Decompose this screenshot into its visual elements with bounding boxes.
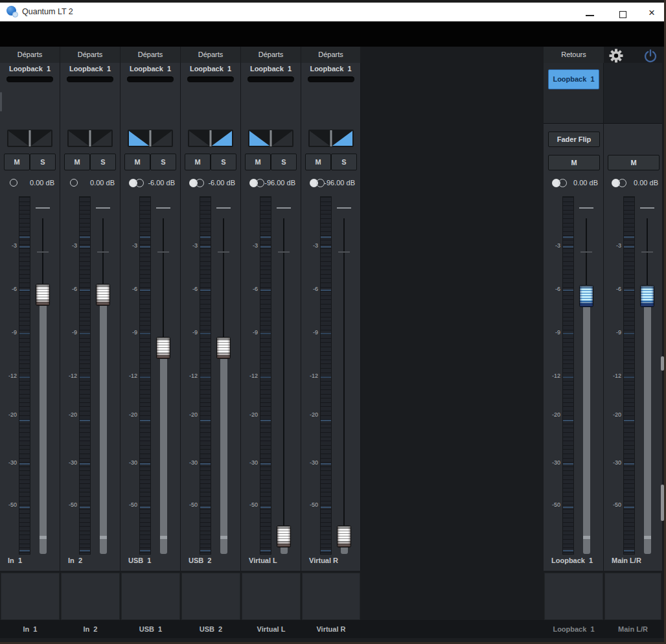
scale-tick: -30 xyxy=(122,459,137,467)
pan-control[interactable] xyxy=(308,130,354,147)
fader-track[interactable] xyxy=(343,218,345,527)
solo-button[interactable]: S xyxy=(90,154,116,170)
fader-level-readout[interactable]: 0.00 dB xyxy=(69,179,115,187)
toolbar xyxy=(0,21,666,47)
fader-track-bar[interactable] xyxy=(281,547,288,554)
send-slot-label[interactable]: Loopback 1 xyxy=(0,65,60,73)
send-level-bar[interactable] xyxy=(308,76,354,82)
fader-track-bar[interactable] xyxy=(341,547,348,554)
solo-button[interactable]: S xyxy=(331,154,357,170)
returns-select-panel: Loopback 1 xyxy=(544,63,603,123)
return-select-button[interactable]: Loopback 1 xyxy=(548,69,599,89)
send-slot-label[interactable]: Loopback 1 xyxy=(121,65,180,73)
pan-control[interactable] xyxy=(7,130,52,147)
left-scrollbar-segment[interactable] xyxy=(0,92,2,111)
mute-button[interactable]: M xyxy=(608,155,660,170)
power-icon[interactable] xyxy=(643,49,658,63)
scribble-box xyxy=(181,573,240,620)
send-slot-label[interactable]: Loopback 1 xyxy=(181,65,240,73)
app-window: Quantum LT 2 × Départs Départs xyxy=(0,0,666,644)
fader-track[interactable] xyxy=(283,218,284,527)
fader-mid-tick xyxy=(278,251,290,253)
send-level-bar[interactable] xyxy=(6,76,53,82)
window-title: Quantum LT 2 xyxy=(22,7,73,16)
fader-track-bar[interactable] xyxy=(40,306,47,554)
fader-level-readout[interactable]: -96.00 dB xyxy=(310,179,355,187)
settings-gear-icon[interactable] xyxy=(609,49,623,63)
level-meter xyxy=(200,196,211,555)
mute-button[interactable]: M xyxy=(245,154,271,170)
fader-top-tick xyxy=(337,207,351,209)
pan-icon xyxy=(248,130,293,147)
pan-control[interactable] xyxy=(188,130,233,147)
fader-cap[interactable] xyxy=(277,525,291,547)
scale-tick: -6 xyxy=(242,286,258,293)
mute-button[interactable]: M xyxy=(305,154,331,170)
send-level-bar[interactable] xyxy=(67,76,113,82)
solo-button[interactable]: S xyxy=(150,154,176,170)
fader-level-readout[interactable]: 0.00 dB xyxy=(553,179,598,187)
fader-level-readout[interactable]: -96.00 dB xyxy=(250,179,295,187)
mute-button[interactable]: M xyxy=(548,155,600,170)
fader-track-bar[interactable] xyxy=(160,359,167,554)
pan-control[interactable] xyxy=(128,130,173,147)
fader-cap[interactable] xyxy=(96,284,110,306)
solo-button[interactable]: S xyxy=(211,154,236,170)
send-slot-label[interactable]: Loopback 1 xyxy=(241,65,301,73)
scale-tick: -12 xyxy=(122,373,137,380)
scale-tick: -3 xyxy=(182,242,198,250)
fader-mid-tick xyxy=(37,251,49,253)
fader-cap[interactable] xyxy=(156,337,170,359)
send-level-bar[interactable] xyxy=(127,76,174,82)
fader-track-band xyxy=(220,536,227,539)
scale-tick: -50 xyxy=(242,501,258,509)
mute-button[interactable]: M xyxy=(124,154,150,170)
scale-tick: -30 xyxy=(606,459,621,467)
solo-button[interactable]: S xyxy=(30,154,56,170)
fader-track-bar[interactable] xyxy=(100,306,107,554)
pan-icon xyxy=(67,130,113,147)
fader-mid-tick xyxy=(218,251,229,253)
fader-level-readout[interactable]: -6.00 dB xyxy=(190,179,235,187)
channel-name: USB 1 xyxy=(128,557,151,564)
fader-cap[interactable] xyxy=(640,285,654,307)
fader-track-bar[interactable] xyxy=(644,307,651,554)
fader-track-bar[interactable] xyxy=(220,359,227,554)
mute-button[interactable]: M xyxy=(64,154,90,170)
channel-strip-virtual-r: Loopback 1 M S -96.00 dB -3 -6 -9 -12 -2… xyxy=(301,63,361,571)
bottom-channel-label: USB 1 xyxy=(121,620,181,638)
channel-name: Virtual L xyxy=(249,557,277,564)
fader-track-bar[interactable] xyxy=(583,307,590,554)
send-level-bar[interactable] xyxy=(187,76,234,82)
titlebar[interactable]: Quantum LT 2 × xyxy=(0,3,666,21)
fader-level-readout[interactable]: 0.00 dB xyxy=(9,179,54,187)
level-meter xyxy=(623,196,635,555)
fader-cap[interactable] xyxy=(216,337,231,359)
fader-level-readout[interactable]: -6.00 dB xyxy=(130,179,175,187)
scribble-box xyxy=(61,573,120,620)
bottom-channel-label: Virtual L xyxy=(241,620,301,638)
bottom-channel-label: USB 2 xyxy=(181,620,241,638)
solo-button[interactable]: S xyxy=(271,154,297,170)
send-level-bar[interactable] xyxy=(247,76,294,82)
send-slot-label[interactable]: Loopback 1 xyxy=(60,65,120,73)
sends-header-2: Départs xyxy=(60,47,121,63)
fader-cap[interactable] xyxy=(337,525,351,547)
fader-top-tick xyxy=(579,207,593,209)
fader-flip-button[interactable]: Fader Flip xyxy=(548,132,600,147)
pan-control[interactable] xyxy=(67,130,113,147)
fader-level-readout[interactable]: 0.00 dB xyxy=(613,179,658,187)
sends-header-3: Départs xyxy=(121,47,181,63)
send-slot-label[interactable]: Loopback 1 xyxy=(301,65,360,73)
mute-button[interactable]: M xyxy=(4,154,30,170)
fader-cap[interactable] xyxy=(579,285,593,307)
scale-tick: -50 xyxy=(122,501,137,509)
scale-tick: -9 xyxy=(606,329,621,337)
fader-top-tick xyxy=(640,207,654,209)
fader-cap[interactable] xyxy=(36,284,50,306)
fader-top-tick xyxy=(216,207,231,209)
channel-name: USB 2 xyxy=(189,557,211,564)
scale-tick: -9 xyxy=(182,329,198,337)
pan-control[interactable] xyxy=(248,130,293,147)
mute-button[interactable]: M xyxy=(185,154,211,170)
